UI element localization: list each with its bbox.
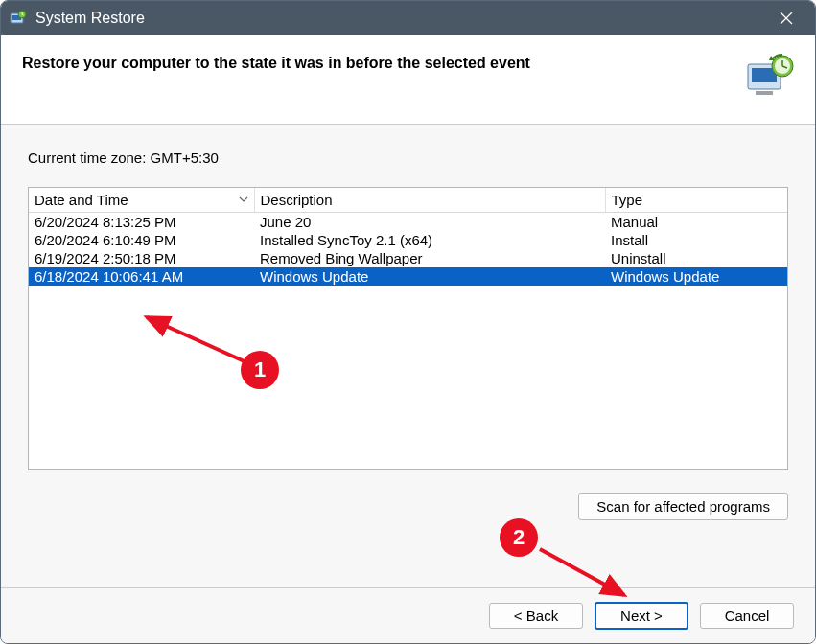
scan-row: Scan for affected programs bbox=[28, 493, 788, 520]
cell-type: Manual bbox=[605, 213, 787, 232]
timezone-label: Current time zone: GMT+5:30 bbox=[28, 150, 788, 166]
cell-datetime: 6/19/2024 2:50:18 PM bbox=[29, 249, 254, 267]
close-button[interactable] bbox=[765, 1, 807, 35]
wizard-footer: < Back Next > Cancel bbox=[1, 587, 815, 643]
cell-datetime: 6/20/2024 8:13:25 PM bbox=[29, 213, 254, 232]
window-title: System Restore bbox=[35, 10, 765, 27]
cancel-button[interactable]: Cancel bbox=[700, 603, 794, 629]
column-header-datetime[interactable]: Date and Time bbox=[29, 188, 254, 213]
sort-descending-icon bbox=[239, 190, 248, 206]
cell-description: Removed Bing Wallpaper bbox=[254, 249, 605, 267]
cell-description: Installed SyncToy 2.1 (x64) bbox=[254, 231, 605, 249]
scan-affected-programs-button[interactable]: Scan for affected programs bbox=[578, 493, 788, 520]
table-row[interactable]: 6/18/2024 10:06:41 AMWindows UpdateWindo… bbox=[29, 267, 787, 286]
next-button[interactable]: Next > bbox=[595, 602, 688, 630]
cell-datetime: 6/18/2024 10:06:41 AM bbox=[29, 267, 254, 286]
cell-description: June 20 bbox=[254, 213, 605, 232]
close-icon bbox=[780, 12, 793, 25]
back-button[interactable]: < Back bbox=[489, 603, 583, 629]
cell-type: Install bbox=[605, 231, 787, 249]
svg-rect-7 bbox=[756, 91, 773, 95]
annotation-badge-2: 2 bbox=[500, 518, 538, 557]
page-heading: Restore your computer to the state it wa… bbox=[22, 53, 530, 72]
table-row[interactable]: 6/20/2024 6:10:49 PMInstalled SyncToy 2.… bbox=[29, 231, 787, 249]
cell-type: Uninstall bbox=[605, 249, 787, 267]
cell-type: Windows Update bbox=[605, 267, 787, 286]
column-header-description-label: Description bbox=[261, 192, 333, 208]
annotation-badge-1: 1 bbox=[241, 351, 279, 389]
system-restore-icon bbox=[9, 9, 28, 28]
restore-points-table: Date and Time Description Type bbox=[29, 188, 787, 286]
table-row[interactable]: 6/19/2024 2:50:18 PMRemoved Bing Wallpap… bbox=[29, 249, 787, 267]
cell-description: Windows Update bbox=[254, 267, 605, 286]
table-row[interactable]: 6/20/2024 8:13:25 PMJune 20Manual bbox=[29, 213, 787, 232]
content-area: Current time zone: GMT+5:30 Date and Tim… bbox=[1, 125, 815, 587]
column-header-description[interactable]: Description bbox=[254, 188, 605, 213]
restore-icon bbox=[744, 53, 794, 99]
header-area: Restore your computer to the state it wa… bbox=[1, 35, 815, 125]
cell-datetime: 6/20/2024 6:10:49 PM bbox=[29, 231, 254, 249]
column-header-type-label: Type bbox=[612, 192, 643, 208]
system-restore-window: System Restore Restore your computer to … bbox=[0, 0, 816, 644]
column-header-type[interactable]: Type bbox=[605, 188, 787, 213]
titlebar: System Restore bbox=[1, 1, 815, 35]
restore-points-table-wrapper: Date and Time Description Type bbox=[28, 187, 788, 470]
column-header-datetime-label: Date and Time bbox=[35, 192, 128, 208]
